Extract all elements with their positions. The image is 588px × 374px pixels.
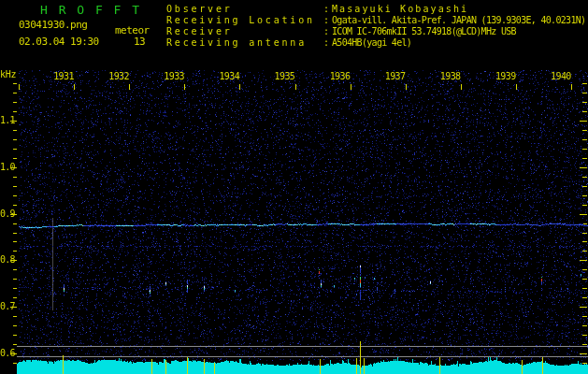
info-colon: : <box>323 15 332 26</box>
app-title: H R O F F T <box>40 3 141 17</box>
time-label: 1932 <box>108 71 129 81</box>
time-label: 1934 <box>219 71 239 81</box>
info-colon: : <box>323 4 332 15</box>
time-label: 1937 <box>385 71 406 81</box>
info-row: Receiving Location:Ogata-vill. Akita-Pre… <box>166 15 585 26</box>
time-label: 1939 <box>495 71 516 81</box>
info-value: A504HB(yagi 4el) <box>332 37 411 49</box>
info-label: Receiving antenna <box>166 37 323 49</box>
info-label: Observer <box>166 4 323 15</box>
time-label: 1935 <box>275 71 295 81</box>
info-label: Receiving Location <box>166 15 323 26</box>
freq-label: 0.6 <box>0 348 14 358</box>
info-label: Receiver <box>166 26 323 37</box>
time-label: 1940 <box>551 71 571 81</box>
station-info-block: Observer:Masayuki KobayashiReceiving Loc… <box>166 4 585 49</box>
freq-label: 0.7 <box>0 301 14 311</box>
time-label: 1931 <box>53 71 74 81</box>
time-label: 1938 <box>440 71 461 81</box>
frequency-unit-label: kHz <box>0 69 16 79</box>
freq-label: 0.9 <box>0 209 14 219</box>
info-value: Masayuki Kobayashi <box>332 4 468 15</box>
echo-count: 13 <box>134 36 145 48</box>
time-label: 1933 <box>164 71 184 81</box>
freq-label: 1.0 <box>0 162 14 172</box>
info-row: Receiver:ICOM IC-706mkII 53.74918(@LCD)M… <box>166 26 585 37</box>
info-colon: : <box>323 26 332 37</box>
hrofft-window: H R O F F T 03041930.png meteor 02.03.04… <box>0 0 588 374</box>
spectrogram-canvas <box>0 0 588 374</box>
output-filename: 03041930.png <box>19 19 87 31</box>
info-value: Ogata-vill. Akita-Pref. JAPAN (139.9303E… <box>332 15 585 26</box>
info-row: Observer:Masayuki Kobayashi <box>166 4 585 15</box>
freq-label: 1.1 <box>0 115 14 125</box>
info-colon: : <box>323 37 332 49</box>
frame-datetime: 02.03.04 19:30 <box>19 36 99 48</box>
time-label: 1936 <box>330 71 351 81</box>
info-row: Receiving antenna:A504HB(yagi 4el) <box>166 37 585 49</box>
freq-label: 0.8 <box>0 254 14 265</box>
info-value: ICOM IC-706mkII 53.74918(@LCD)MHz USB <box>332 26 516 37</box>
